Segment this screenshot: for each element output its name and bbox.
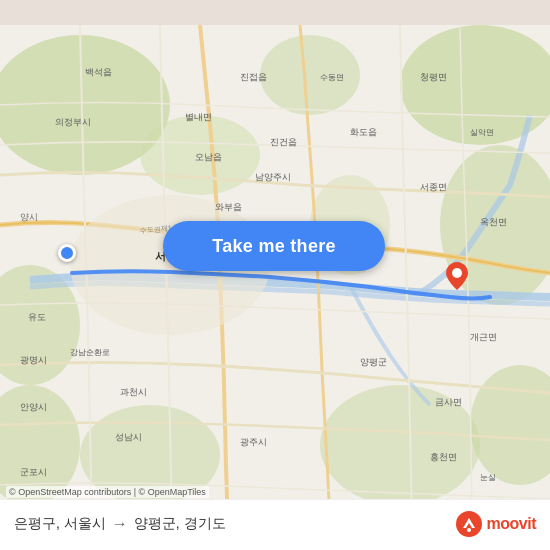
origin-marker [58, 244, 76, 262]
svg-text:옥천면: 옥천면 [480, 217, 507, 227]
svg-text:양평군: 양평군 [360, 357, 387, 367]
arrow-icon: → [112, 515, 128, 533]
svg-text:유도: 유도 [28, 312, 46, 322]
moovit-brand-text: moovit [487, 515, 536, 533]
svg-text:수동면: 수동면 [320, 73, 344, 82]
svg-text:화도읍: 화도읍 [350, 127, 377, 137]
svg-text:진건읍: 진건읍 [270, 137, 297, 147]
destination-text: 양평군, 경기도 [134, 515, 226, 533]
svg-point-45 [456, 511, 482, 537]
route-info: 은평구, 서울시 → 양평군, 경기도 [14, 515, 226, 533]
take-me-there-button[interactable]: Take me there [163, 221, 385, 271]
svg-text:군포시: 군포시 [20, 467, 47, 477]
svg-text:남양주시: 남양주시 [255, 172, 291, 182]
svg-text:실악면: 실악면 [470, 128, 494, 137]
svg-text:눈실: 눈실 [480, 473, 496, 482]
moovit-logo: moovit [455, 510, 536, 538]
svg-point-46 [467, 528, 471, 532]
svg-text:개근면: 개근면 [470, 332, 497, 342]
svg-text:와부읍: 와부읍 [215, 202, 242, 212]
origin-text: 은평구, 서울시 [14, 515, 106, 533]
svg-text:청평면: 청평면 [420, 72, 447, 82]
svg-text:백석읍: 백석읍 [85, 67, 112, 77]
svg-text:광주시: 광주시 [240, 437, 267, 447]
svg-text:오남읍: 오남읍 [195, 152, 222, 162]
svg-text:안양시: 안양시 [20, 402, 47, 412]
destination-marker [446, 262, 468, 290]
svg-text:과천시: 과천시 [120, 387, 147, 397]
svg-text:광명시: 광명시 [20, 355, 47, 365]
moovit-logo-icon [455, 510, 483, 538]
svg-point-10 [260, 35, 360, 115]
svg-point-44 [452, 268, 462, 278]
map-attribution: © OpenStreetMap contributors | © OpenMap… [6, 486, 209, 498]
svg-text:의정부시: 의정부시 [55, 117, 91, 127]
bottom-bar: 은평구, 서울시 → 양평군, 경기도 moovit [0, 499, 550, 550]
svg-text:흥천면: 흥천면 [430, 452, 457, 462]
svg-text:진접읍: 진접읍 [240, 72, 267, 82]
svg-text:금사면: 금사면 [435, 397, 462, 407]
svg-text:성남시: 성남시 [115, 432, 142, 442]
svg-text:서종면: 서종면 [420, 182, 447, 192]
svg-text:별내면: 별내면 [185, 112, 212, 122]
svg-text:양시: 양시 [20, 212, 38, 222]
map-container: 양시 백석읍 의정부시 별내면 진접읍 수동면 청평면 실악면 오남읍 진건읍 … [0, 0, 550, 550]
svg-text:강남순환로: 강남순환로 [70, 348, 110, 357]
